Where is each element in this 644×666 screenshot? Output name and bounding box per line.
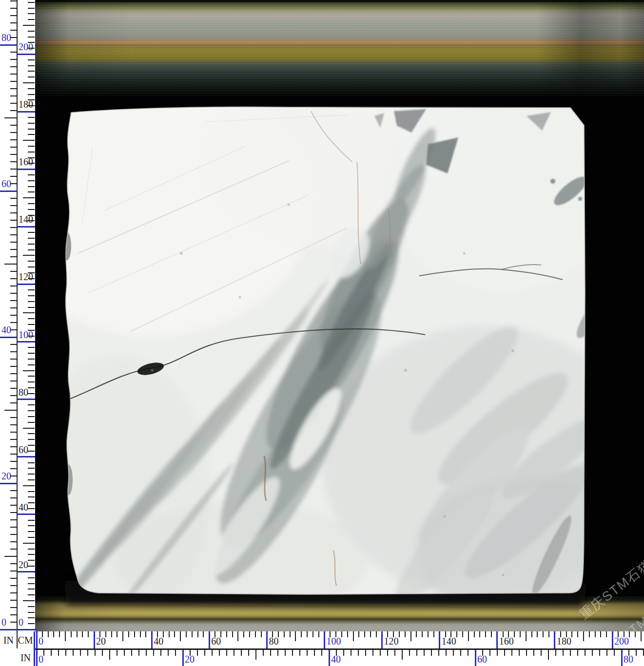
ruler-tick bbox=[23, 600, 35, 601]
ruler-tick bbox=[169, 631, 170, 637]
ruler-tick bbox=[10, 132, 17, 133]
ruler-tick bbox=[28, 381, 35, 382]
ruler-tick bbox=[109, 650, 110, 660]
ruler-major-line bbox=[0, 190, 17, 192]
ruler-tick bbox=[301, 631, 302, 637]
ruler-major-line bbox=[17, 226, 35, 228]
ruler-tick bbox=[563, 650, 564, 656]
ruler-tick bbox=[28, 220, 35, 221]
ruler-tick bbox=[10, 198, 17, 199]
ruler-tick bbox=[28, 422, 35, 423]
ruler-tick bbox=[59, 631, 60, 637]
ruler-tick bbox=[28, 48, 35, 49]
ruler-tick bbox=[628, 650, 629, 656]
ruler-tick bbox=[314, 650, 315, 656]
ruler-tick bbox=[351, 650, 351, 656]
ruler-tick bbox=[28, 462, 35, 463]
ruler-tick bbox=[606, 650, 607, 656]
ruler-tick bbox=[28, 261, 35, 262]
ruler-tick bbox=[157, 631, 158, 637]
ruler-tick bbox=[372, 650, 373, 656]
ruler-tick bbox=[312, 631, 313, 637]
ruler-major-line bbox=[94, 631, 95, 648]
ruler-tick bbox=[10, 15, 17, 16]
ruler-tick bbox=[28, 594, 35, 595]
ruler-tick bbox=[28, 520, 35, 521]
ruler-tick bbox=[606, 631, 607, 637]
ruler-tick bbox=[10, 37, 17, 38]
ruler-tick bbox=[10, 88, 17, 89]
ruler-tick bbox=[347, 631, 348, 637]
ruler-tick bbox=[226, 631, 227, 637]
ruler-tick bbox=[212, 650, 213, 656]
ruler-tick bbox=[341, 631, 342, 637]
ruler-tick bbox=[80, 650, 81, 656]
ruler-tick bbox=[10, 344, 17, 345]
ruler-tick bbox=[10, 256, 17, 257]
ruler-tick bbox=[511, 650, 512, 656]
ruler-tick bbox=[272, 631, 273, 637]
ruler-label: 0 bbox=[39, 654, 43, 665]
ruler-tick bbox=[28, 301, 35, 302]
horizontal-ruler-cm: 020406080100120140160180200 bbox=[35, 631, 644, 648]
ruler-tick bbox=[105, 631, 106, 637]
ruler-tick bbox=[307, 631, 308, 637]
ruler-tick bbox=[370, 631, 371, 637]
ruler-tick bbox=[526, 650, 527, 656]
ruler-tick bbox=[131, 650, 132, 656]
ruler-tick bbox=[468, 650, 468, 656]
ruler-tick bbox=[10, 454, 17, 455]
ruler-tick bbox=[28, 238, 35, 239]
ruler-tick bbox=[600, 631, 601, 637]
ruler-tick bbox=[204, 650, 205, 656]
ruler-tick bbox=[73, 650, 74, 656]
ruler-tick bbox=[28, 180, 35, 181]
ruler-label: 40 bbox=[154, 636, 163, 647]
ruler-tick bbox=[28, 117, 35, 118]
ruler-tick bbox=[10, 125, 17, 126]
unit-label-in-vertical: IN bbox=[0, 634, 17, 646]
ruler-tick bbox=[219, 650, 220, 656]
ruler-major-line bbox=[17, 571, 35, 572]
ruler-tick bbox=[128, 631, 129, 637]
ruler-tick bbox=[197, 631, 198, 637]
ruler-tick bbox=[99, 631, 100, 637]
ruler-tick bbox=[10, 220, 17, 221]
ruler-tick bbox=[28, 146, 35, 147]
ruler-tick bbox=[28, 445, 35, 446]
ruler-label: 120 bbox=[384, 636, 399, 647]
ruler-major-line bbox=[324, 631, 325, 648]
ruler-major-line bbox=[17, 54, 35, 55]
ruler-tick bbox=[28, 606, 35, 607]
ruler-tick bbox=[618, 631, 619, 637]
ruler-tick bbox=[479, 631, 480, 637]
ruler-tick bbox=[28, 157, 35, 158]
ruler-tick bbox=[10, 381, 17, 381]
horizontal-ruler-in: 020406080 bbox=[35, 650, 644, 666]
ruler-tick bbox=[10, 549, 17, 550]
ruler-tick bbox=[416, 650, 417, 656]
ruler-tick bbox=[28, 451, 35, 452]
ruler-tick bbox=[23, 25, 35, 26]
ruler-tick bbox=[10, 242, 17, 243]
ruler-tick bbox=[28, 387, 35, 388]
ruler-tick bbox=[28, 71, 35, 72]
ruler-tick bbox=[10, 578, 17, 579]
ruler-tick bbox=[71, 631, 72, 637]
ruler-tick bbox=[10, 234, 17, 235]
ruler-tick bbox=[629, 631, 630, 637]
ruler-label: 20 bbox=[1, 470, 11, 482]
ruler-tick bbox=[4, 264, 17, 265]
ruler-tick bbox=[577, 650, 578, 656]
ruler-tick bbox=[10, 607, 17, 608]
ruler-corner: IN CM IN bbox=[0, 631, 35, 666]
ruler-tick bbox=[10, 278, 17, 279]
ruler-tick bbox=[321, 650, 322, 656]
ruler-label: 80 bbox=[1, 32, 11, 43]
slab-scan-viewer: 重庆STM石猫 重庆STM石猫 020406080020406080100120… bbox=[0, 0, 644, 666]
ruler-tick bbox=[445, 631, 446, 637]
ruler-tick bbox=[431, 650, 432, 656]
ruler-tick bbox=[82, 631, 83, 637]
ruler-tick bbox=[364, 631, 365, 637]
ruler-tick bbox=[153, 650, 154, 656]
